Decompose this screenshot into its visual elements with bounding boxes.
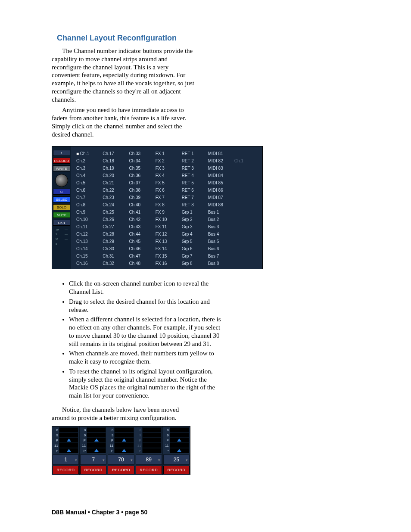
assign-indicator[interactable] bbox=[59, 448, 78, 453]
assign-indicator[interactable] bbox=[170, 438, 189, 443]
channel-list-item[interactable]: Ch.32 bbox=[103, 260, 129, 267]
channel-list-item[interactable]: Ch.47 bbox=[129, 252, 155, 260]
mute-button[interactable]: MUTE bbox=[53, 212, 70, 218]
channel-list-item[interactable]: Ch.2 bbox=[76, 157, 103, 165]
channel-list-item[interactable]: FX 2 bbox=[156, 157, 182, 165]
channel-list-item[interactable]: Grp 6 bbox=[182, 245, 208, 252]
channel-list-item[interactable]: Ch.1 bbox=[76, 150, 103, 157]
channel-list-item[interactable]: Ch.14 bbox=[76, 245, 103, 252]
channel-list-item[interactable]: FX 13 bbox=[156, 238, 182, 245]
channel-list-item[interactable]: Bus 7 bbox=[208, 252, 234, 260]
record-button[interactable]: RECORD bbox=[163, 466, 190, 474]
channel-list-item[interactable]: MIDI 86 bbox=[208, 187, 234, 194]
channel-list-item[interactable]: Ch.1 bbox=[234, 157, 261, 165]
assign-indicator[interactable] bbox=[114, 427, 134, 432]
assign-indicator[interactable] bbox=[142, 427, 162, 432]
channel-list-item[interactable]: FX 7 bbox=[156, 194, 182, 201]
assign-indicator[interactable] bbox=[59, 427, 78, 432]
channel-list-item[interactable]: RET 8 bbox=[182, 201, 208, 208]
channel-list-item[interactable]: FX 4 bbox=[156, 172, 182, 179]
channel-list-item[interactable]: Bus 5 bbox=[208, 238, 234, 245]
channel-list-item[interactable]: Ch.34 bbox=[129, 157, 155, 165]
channel-list-item[interactable]: FX 6 bbox=[156, 187, 182, 194]
pan-knob-icon[interactable] bbox=[55, 174, 68, 187]
channel-list-item[interactable]: Ch.8 bbox=[76, 201, 103, 208]
channel-list-item[interactable]: Ch.38 bbox=[129, 187, 155, 194]
channel-list-item[interactable]: Ch.28 bbox=[103, 230, 129, 238]
channel-list-item[interactable]: Ch.20 bbox=[103, 172, 129, 179]
channel-list-item[interactable]: Ch.13 bbox=[76, 238, 103, 245]
channel-list-item[interactable]: Ch.41 bbox=[129, 208, 155, 216]
record-button[interactable]: RECORD bbox=[80, 466, 106, 474]
record-button[interactable]: RECORD bbox=[53, 158, 70, 164]
channel-list-item[interactable]: Ch.12 bbox=[76, 230, 103, 238]
channel-list-item[interactable]: FX 16 bbox=[156, 260, 182, 267]
channel-list-item[interactable]: FX 5 bbox=[156, 179, 182, 187]
assign-indicator[interactable] bbox=[59, 432, 78, 438]
channel-list-item[interactable]: MIDI 83 bbox=[208, 165, 234, 172]
channel-list-item[interactable]: Ch.40 bbox=[129, 201, 155, 208]
channel-list-item[interactable]: Grp 8 bbox=[182, 260, 208, 267]
channel-list-item[interactable]: Ch.27 bbox=[103, 223, 129, 230]
channel-list-item[interactable]: FX 15 bbox=[156, 252, 182, 260]
assign-indicator[interactable] bbox=[142, 443, 162, 448]
channel-number-button[interactable]: 25 bbox=[163, 454, 190, 465]
channel-list-item[interactable]: Ch.7 bbox=[76, 194, 103, 201]
channel-number-button[interactable]: 1 bbox=[53, 454, 79, 465]
channel-list-item[interactable]: Ch.44 bbox=[129, 230, 155, 238]
channel-label-button[interactable]: Ch.1 bbox=[53, 220, 70, 226]
channel-list-item[interactable]: RET 2 bbox=[182, 157, 208, 165]
channel-list-item[interactable]: Ch.22 bbox=[103, 187, 129, 194]
channel-list-item[interactable]: Ch.17 bbox=[103, 150, 129, 157]
assign-indicator[interactable] bbox=[142, 438, 162, 443]
channel-number-button[interactable]: 89 bbox=[136, 454, 162, 465]
channel-list-item[interactable]: FX 12 bbox=[156, 230, 182, 238]
channel-list-item[interactable]: FX 8 bbox=[156, 201, 182, 208]
record-button[interactable]: RECORD bbox=[53, 466, 79, 474]
channel-list-item[interactable]: Ch.30 bbox=[103, 245, 129, 252]
assign-indicator[interactable] bbox=[170, 448, 189, 453]
assign-indicator[interactable] bbox=[142, 432, 162, 438]
assign-indicator[interactable] bbox=[170, 432, 189, 438]
channel-list-item[interactable]: Bus 2 bbox=[208, 216, 234, 223]
channel-list-item[interactable]: Ch.15 bbox=[76, 252, 103, 260]
channel-list-item[interactable]: Ch.42 bbox=[129, 216, 155, 223]
channel-list-item[interactable]: RET 1 bbox=[182, 150, 208, 157]
channel-list-item[interactable]: Ch.33 bbox=[129, 150, 155, 157]
channel-list-item[interactable]: Ch.10 bbox=[76, 216, 103, 223]
channel-list-item[interactable]: RET 6 bbox=[182, 187, 208, 194]
channel-number-button[interactable]: 7 bbox=[80, 454, 106, 465]
assign-indicator[interactable] bbox=[87, 432, 106, 438]
channel-list-item[interactable]: Ch.11 bbox=[76, 223, 103, 230]
record-button[interactable]: RECORD bbox=[136, 466, 162, 474]
channel-list-item[interactable]: Ch.9 bbox=[76, 208, 103, 216]
channel-list-item[interactable]: RET 3 bbox=[182, 165, 208, 172]
channel-list-item[interactable]: Ch.26 bbox=[103, 216, 129, 223]
channel-list-item[interactable]: MIDI 87 bbox=[208, 194, 234, 201]
channel-list-item[interactable]: Bus 3 bbox=[208, 223, 234, 230]
channel-list-item[interactable]: Ch.37 bbox=[129, 179, 155, 187]
channel-list-item[interactable]: MIDI 84 bbox=[208, 172, 234, 179]
channel-list-item[interactable]: Ch.23 bbox=[103, 194, 129, 201]
channel-list-item[interactable]: Grp 3 bbox=[182, 223, 208, 230]
assign-indicator[interactable] bbox=[87, 427, 106, 432]
channel-list-item[interactable]: Ch.16 bbox=[76, 260, 103, 267]
channel-list-item[interactable]: Ch.18 bbox=[103, 157, 129, 165]
assign-indicator[interactable] bbox=[114, 443, 134, 448]
channel-list-item[interactable]: Grp 4 bbox=[182, 230, 208, 238]
channel-list-item[interactable]: Ch.29 bbox=[103, 238, 129, 245]
channel-list-item[interactable]: Ch.24 bbox=[103, 201, 129, 208]
channel-list-item[interactable]: Ch.21 bbox=[103, 179, 129, 187]
channel-list-item[interactable]: Bus 4 bbox=[208, 230, 234, 238]
solo-button[interactable]: SOLO bbox=[53, 204, 70, 210]
record-button[interactable]: RECORD bbox=[108, 466, 134, 474]
channel-list-item[interactable]: RET 7 bbox=[182, 194, 208, 201]
assign-indicator[interactable] bbox=[170, 443, 189, 448]
assign-indicator[interactable] bbox=[59, 438, 78, 443]
channel-list-item[interactable]: FX 9 bbox=[156, 208, 182, 216]
channel-list-item[interactable]: MIDI 85 bbox=[208, 179, 234, 187]
channel-list-item[interactable]: Ch.3 bbox=[76, 165, 103, 172]
write-button[interactable]: WRITE bbox=[53, 165, 70, 171]
channel-list-item[interactable]: FX 3 bbox=[156, 165, 182, 172]
channel-list-item[interactable]: Grp 1 bbox=[182, 208, 208, 216]
